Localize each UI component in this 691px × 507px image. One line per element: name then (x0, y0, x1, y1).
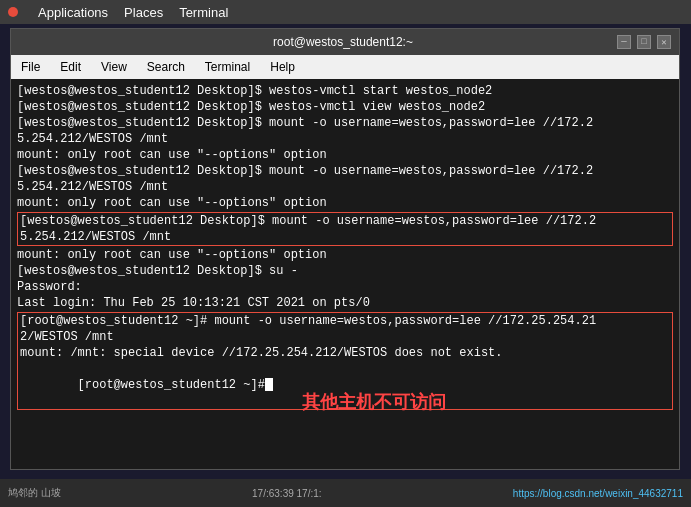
term-after-4: Last login: Thu Feb 25 10:13:21 CST 2021… (17, 295, 673, 311)
applications-menu[interactable]: Applications (38, 5, 108, 20)
term-line-5: mount: only root can use "--options" opt… (17, 147, 673, 163)
highlight1-line2: 5.254.212/WESTOS /mnt (18, 229, 672, 245)
highlight2-line2: 2/WESTOS /mnt (18, 329, 672, 345)
menu-view[interactable]: View (95, 58, 133, 76)
terminal-menu[interactable]: Terminal (179, 5, 228, 20)
top-menu-bar: Applications Places Terminal (0, 0, 691, 24)
title-bar: root@westos_student12:~ ─ □ ✕ (11, 29, 679, 55)
bottom-status-bar: 鸠邻的 山坡 17/:63:39 17/:1: https://blog.csd… (0, 479, 691, 507)
places-menu[interactable]: Places (124, 5, 163, 20)
maximize-button[interactable]: □ (637, 35, 651, 49)
term-after-1: mount: only root can use "--options" opt… (17, 247, 673, 263)
term-after-2: [westos@westos_student12 Desktop]$ su - (17, 263, 673, 279)
close-button[interactable]: ✕ (657, 35, 671, 49)
term-line-7: 5.254.212/WESTOS /mnt (17, 179, 673, 195)
bottom-middle-text: 17/:63:39 17/:1: (252, 488, 322, 499)
term-line-3: [westos@westos_student12 Desktop]$ mount… (17, 115, 673, 131)
bottom-right-link[interactable]: https://blog.csdn.net/weixin_44632711 (513, 488, 683, 499)
menu-terminal[interactable]: Terminal (199, 58, 256, 76)
term-line-8: mount: only root can use "--options" opt… (17, 195, 673, 211)
term-line-6: [westos@westos_student12 Desktop]$ mount… (17, 163, 673, 179)
menu-help[interactable]: Help (264, 58, 301, 76)
minimize-button[interactable]: ─ (617, 35, 631, 49)
terminal-window: root@westos_student12:~ ─ □ ✕ File Edit … (10, 28, 680, 470)
window-controls[interactable]: ─ □ ✕ (617, 35, 671, 49)
menu-bar: File Edit View Search Terminal Help (11, 55, 679, 79)
highlight2-line1: [root@westos_student12 ~]# mount -o user… (18, 313, 672, 329)
chinese-annotation: 其他主机不可访问 (302, 390, 446, 414)
terminal-cursor (265, 378, 273, 391)
window-title: root@westos_student12:~ (69, 35, 617, 49)
term-line-1: [westos@westos_student12 Desktop]$ westo… (17, 83, 673, 99)
menu-search[interactable]: Search (141, 58, 191, 76)
menu-edit[interactable]: Edit (54, 58, 87, 76)
term-line-2: [westos@westos_student12 Desktop]$ westo… (17, 99, 673, 115)
highlight1-line1: [westos@westos_student12 Desktop]$ mount… (18, 213, 672, 229)
bottom-left-text: 鸠邻的 山坡 (8, 486, 61, 500)
applications-dot (8, 7, 18, 17)
highlight-block-1: [westos@westos_student12 Desktop]$ mount… (17, 212, 673, 246)
term-line-4: 5.254.212/WESTOS /mnt (17, 131, 673, 147)
menu-file[interactable]: File (15, 58, 46, 76)
term-after-3: Password: (17, 279, 673, 295)
terminal-body[interactable]: [westos@westos_student12 Desktop]$ westo… (11, 79, 679, 469)
highlight2-line3: mount: /mnt: special device //172.25.254… (18, 345, 672, 361)
